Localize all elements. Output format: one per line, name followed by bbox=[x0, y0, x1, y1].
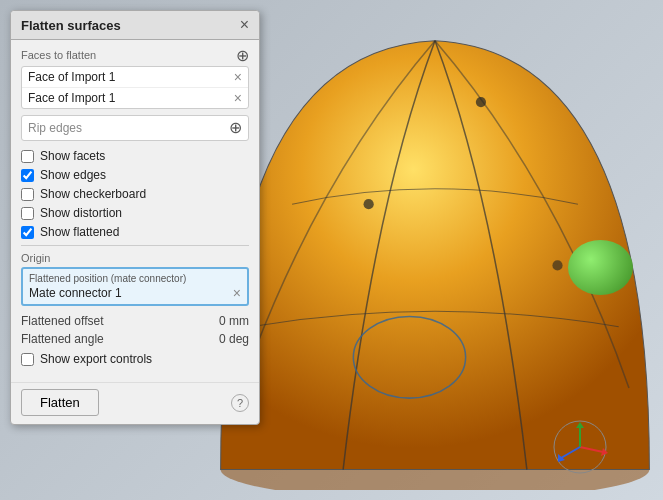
show-export-label: Show export controls bbox=[40, 352, 152, 366]
show-export-row: Show export controls bbox=[21, 352, 249, 366]
axis-indicator bbox=[553, 420, 608, 475]
panel-title: Flatten surfaces bbox=[21, 18, 121, 33]
svg-point-3 bbox=[364, 199, 374, 209]
panel-body: Faces to flatten ⊕ Face of Import 1 × Fa… bbox=[11, 40, 259, 382]
faces-header: Faces to flatten ⊕ bbox=[21, 48, 249, 64]
rip-edges-label: Rip edges bbox=[28, 121, 82, 135]
checkbox-cb-checker[interactable] bbox=[21, 188, 34, 201]
mate-connector-sublabel: Flattened position (mate connector) bbox=[29, 273, 241, 284]
face-item: Face of Import 1 × bbox=[22, 67, 248, 88]
checkbox-label-1: Show edges bbox=[40, 168, 106, 182]
flatten-surfaces-panel: Flatten surfaces × Faces to flatten ⊕ Fa… bbox=[10, 10, 260, 425]
checkbox-cb-edges[interactable] bbox=[21, 169, 34, 182]
svg-line-6 bbox=[580, 447, 603, 452]
show-export-checkbox[interactable] bbox=[21, 353, 34, 366]
divider bbox=[21, 245, 249, 246]
flattened-offset-row: Flattened offset 0 mm bbox=[21, 314, 249, 328]
checkbox-cb-facets[interactable] bbox=[21, 150, 34, 163]
panel-footer: Flatten ? bbox=[11, 382, 259, 424]
origin-label: Origin bbox=[21, 252, 249, 264]
checkbox-row-2: Show checkerboard bbox=[21, 187, 249, 201]
mate-connector-box: Flattened position (mate connector) Mate… bbox=[21, 267, 249, 306]
close-button[interactable]: × bbox=[240, 17, 249, 33]
checkbox-row-3: Show distortion bbox=[21, 206, 249, 220]
panel-header: Flatten surfaces × bbox=[11, 11, 259, 40]
checkbox-row-4: Show flattened bbox=[21, 225, 249, 239]
checkbox-label-3: Show distortion bbox=[40, 206, 122, 220]
checkboxes-container: Show facetsShow edgesShow checkerboardSh… bbox=[21, 149, 249, 239]
green-sphere bbox=[568, 240, 633, 295]
help-icon[interactable]: ? bbox=[231, 394, 249, 412]
flattened-angle-row: Flattened angle 0 deg bbox=[21, 332, 249, 346]
checkbox-cb-distortion[interactable] bbox=[21, 207, 34, 220]
svg-line-10 bbox=[561, 447, 580, 458]
origin-section: Origin Flattened position (mate connecto… bbox=[21, 252, 249, 366]
face-remove-button-1[interactable]: × bbox=[234, 70, 242, 84]
rip-edges-row: Rip edges ⊕ bbox=[21, 115, 249, 141]
svg-point-2 bbox=[476, 97, 486, 107]
face-item-label-2: Face of Import 1 bbox=[28, 91, 234, 105]
faces-list: Face of Import 1 × Face of Import 1 × bbox=[21, 66, 249, 109]
mate-connector-inner: Mate connector 1 × bbox=[29, 286, 241, 300]
flatten-button[interactable]: Flatten bbox=[21, 389, 99, 416]
face-item-label-1: Face of Import 1 bbox=[28, 70, 234, 84]
svg-marker-9 bbox=[576, 422, 584, 428]
checkbox-row-0: Show facets bbox=[21, 149, 249, 163]
flattened-offset-value: 0 mm bbox=[219, 314, 249, 328]
checkbox-cb-flattened[interactable] bbox=[21, 226, 34, 239]
checkbox-label-4: Show flattened bbox=[40, 225, 119, 239]
faces-section-label: Faces to flatten bbox=[21, 49, 96, 61]
checkbox-label-2: Show checkerboard bbox=[40, 187, 146, 201]
flattened-angle-label: Flattened angle bbox=[21, 332, 104, 346]
svg-point-4 bbox=[552, 260, 562, 270]
face-item: Face of Import 1 × bbox=[22, 88, 248, 108]
face-remove-button-2[interactable]: × bbox=[234, 91, 242, 105]
checkbox-label-0: Show facets bbox=[40, 149, 105, 163]
mate-connector-remove-button[interactable]: × bbox=[233, 286, 241, 300]
mate-connector-value: Mate connector 1 bbox=[29, 286, 122, 300]
add-faces-button[interactable]: ⊕ bbox=[236, 48, 249, 64]
add-rip-edges-button[interactable]: ⊕ bbox=[229, 120, 242, 136]
flattened-angle-value: 0 deg bbox=[219, 332, 249, 346]
flattened-offset-label: Flattened offset bbox=[21, 314, 104, 328]
checkbox-row-1: Show edges bbox=[21, 168, 249, 182]
